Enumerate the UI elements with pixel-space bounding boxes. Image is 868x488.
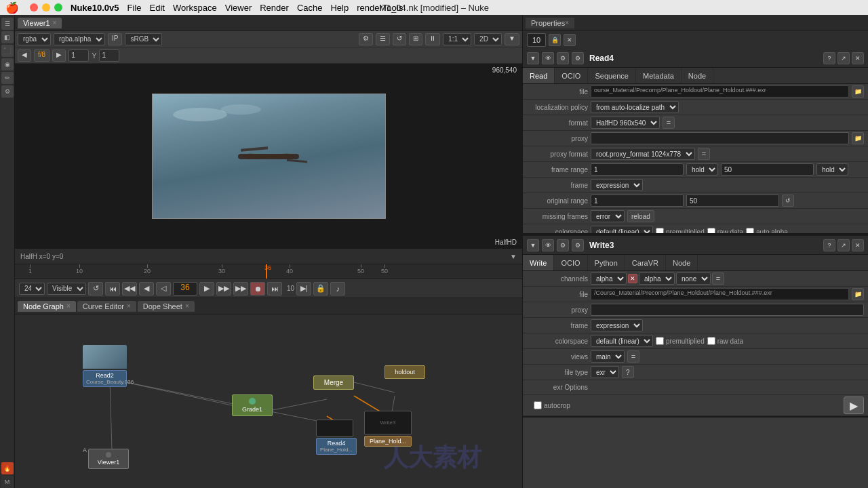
node-viewer1[interactable]: Viewer1 — [88, 449, 129, 469]
node-read4[interactable]: Read4 Plane_Hold... — [316, 420, 357, 455]
frame-display[interactable]: 36 — [173, 282, 197, 296]
prev-frame-btn[interactable]: ◀ — [18, 49, 31, 62]
alpha-channel-select[interactable]: rgba.alpha — [54, 33, 105, 45]
maximize-button[interactable] — [54, 3, 62, 12]
write3-eye-btn[interactable]: 👁 — [542, 239, 554, 251]
write3-file-input[interactable]: /Course_Material/Precomp/Plane_Holdout/P… — [591, 288, 849, 300]
colorspace-select[interactable]: sRGB — [125, 33, 162, 45]
write3-channel-x[interactable]: ✕ — [628, 274, 637, 283]
play-btn[interactable]: ▶ — [199, 282, 214, 296]
props-x-btn[interactable]: ✕ — [564, 34, 576, 46]
read4-frame-start[interactable] — [591, 163, 684, 176]
end-btn[interactable]: ⏭ — [267, 282, 282, 296]
close-button[interactable] — [30, 3, 38, 12]
read4-original-end[interactable] — [686, 195, 779, 207]
read4-original-range-btn[interactable]: ↺ — [782, 195, 794, 207]
next-10-btn[interactable]: ▶| — [296, 282, 311, 296]
menu-help[interactable]: Help — [330, 3, 349, 13]
write3-channel1-select[interactable]: alpha — [591, 272, 627, 285]
sidebar-icon-8[interactable]: M — [1, 476, 14, 488]
y-input[interactable] — [99, 49, 119, 62]
read4-eye-btn[interactable]: 👁 — [542, 52, 554, 64]
beginning-btn[interactable]: ⏮ — [105, 282, 120, 296]
write3-arrow-btn[interactable]: ↗ — [837, 239, 850, 251]
read4-help-btn[interactable]: ? — [823, 52, 835, 64]
write3-collapse-btn[interactable]: ▼ — [527, 239, 539, 251]
write3-tab-caravr[interactable]: CaraVR — [625, 255, 666, 270]
sidebar-icon-5[interactable]: ✏ — [1, 72, 14, 84]
tab-dope-sheet[interactable]: Dope Sheet × — [138, 301, 195, 312]
curve-editor-close[interactable]: × — [127, 302, 131, 310]
write3-frame-expression-select[interactable]: expression — [591, 319, 643, 331]
menu-edit[interactable]: Edit — [150, 3, 165, 13]
menu-viewer[interactable]: Viewer — [225, 3, 252, 13]
node-graph-close[interactable]: × — [66, 302, 71, 310]
dope-sheet-close[interactable]: × — [185, 302, 189, 310]
sidebar-icon-7[interactable]: 🔥 — [1, 462, 14, 474]
prev-btn[interactable]: ◀ — [139, 282, 154, 296]
read4-auto-alpha-cb[interactable] — [746, 228, 754, 233]
read4-tab-read[interactable]: Read — [523, 68, 555, 83]
write3-gear-btn[interactable]: ⚙ — [572, 239, 584, 251]
read4-reload-btn[interactable]: reload — [627, 210, 654, 222]
read4-hold2-select[interactable]: hold — [816, 163, 848, 176]
tab-node-graph[interactable]: Node Graph × — [18, 301, 76, 312]
read4-missing-frames-select[interactable]: error — [591, 210, 625, 222]
write3-help-btn[interactable]: ? — [823, 239, 835, 251]
write3-channel-none-select[interactable]: none — [676, 272, 711, 285]
props-lock-icon[interactable]: 🔒 — [549, 34, 561, 46]
read4-hold1-select[interactable]: hold — [686, 163, 718, 176]
prev-key-btn[interactable]: ◀◀ — [122, 282, 137, 296]
channel-select[interactable]: rgba — [18, 33, 51, 45]
write3-close-btn[interactable]: ✕ — [852, 239, 864, 251]
read4-arrow-btn[interactable]: ↗ — [837, 52, 850, 64]
write3-props-scroll[interactable]: channels alpha ✕ alpha none = file /Cour… — [523, 271, 868, 416]
write3-proxy-input[interactable] — [591, 304, 864, 316]
record-btn[interactable]: ⏺ — [250, 282, 265, 296]
viewer-snap-btn[interactable]: ⊞ — [409, 33, 422, 45]
properties-tab[interactable]: Properties × — [526, 18, 574, 28]
node-holdout[interactable]: holdout — [384, 365, 425, 379]
read4-proxy-browse[interactable]: 📁 — [852, 132, 864, 144]
write3-autocrop-cb[interactable] — [534, 401, 542, 409]
next-frame-btn[interactable]: ▶ — [52, 49, 66, 62]
fps-select[interactable]: 24* — [19, 283, 45, 295]
menu-render[interactable]: Render — [260, 3, 289, 13]
loop-btn[interactable]: ↺ — [88, 282, 103, 296]
sidebar-icon-3[interactable]: ⬛ — [1, 45, 14, 57]
read4-format-eq[interactable]: = — [663, 117, 675, 129]
sidebar-icon-1[interactable]: ☰ — [1, 18, 14, 30]
read4-raw-data-cb[interactable] — [707, 228, 715, 233]
viewer-list-btn[interactable]: ☰ — [376, 33, 390, 45]
minimize-button[interactable] — [42, 3, 50, 12]
node-graph-canvas[interactable]: Read2 Course_Beauty.036 Grade1 Merge — [15, 314, 522, 488]
sidebar-icon-6[interactable]: ⚙ — [1, 85, 14, 98]
write3-raw-data-cb[interactable] — [707, 337, 715, 345]
frame-input[interactable] — [68, 49, 89, 62]
read4-settings-btn[interactable]: ⚙ — [557, 52, 569, 64]
read4-file-input[interactable]: ourse_Material/Precomp/Plane_Holdout/Pla… — [591, 85, 849, 98]
viewer-tab-close[interactable]: × — [53, 19, 57, 26]
visibility-select[interactable]: Visible — [47, 283, 86, 295]
write3-views-select[interactable]: main — [591, 350, 625, 363]
read4-tab-sequence[interactable]: Sequence — [588, 68, 636, 83]
menu-workspace[interactable]: Workspace — [173, 3, 217, 13]
viewer-tab[interactable]: Viewer1 × — [18, 18, 62, 28]
read4-proxy-format-select[interactable]: root.proxy_format 1024x778 — [591, 148, 695, 160]
sidebar-icon-2[interactable]: ◧ — [1, 31, 14, 43]
read4-tab-node[interactable]: Node — [682, 68, 713, 83]
write3-render-btn[interactable]: ▶ — [844, 396, 864, 414]
write3-help-btn-inline[interactable]: ? — [622, 366, 634, 378]
read4-proxy-input[interactable] — [591, 132, 849, 144]
write3-file-type-select[interactable]: exr — [591, 366, 619, 378]
write3-file-browse[interactable]: 📁 — [852, 288, 864, 300]
read4-file-browse[interactable]: 📁 — [852, 85, 864, 98]
props-count-input[interactable] — [527, 33, 546, 47]
tab-curve-editor[interactable]: Curve Editor × — [77, 301, 136, 312]
zoom-select[interactable]: 1:1 — [443, 33, 471, 45]
view-select[interactable]: 2D — [474, 33, 502, 45]
read4-close-btn[interactable]: ✕ — [852, 52, 864, 64]
read4-tab-metadata[interactable]: Metadata — [636, 68, 682, 83]
step-back-btn[interactable]: ◁ — [156, 282, 171, 296]
write3-views-eq[interactable]: = — [627, 350, 639, 363]
